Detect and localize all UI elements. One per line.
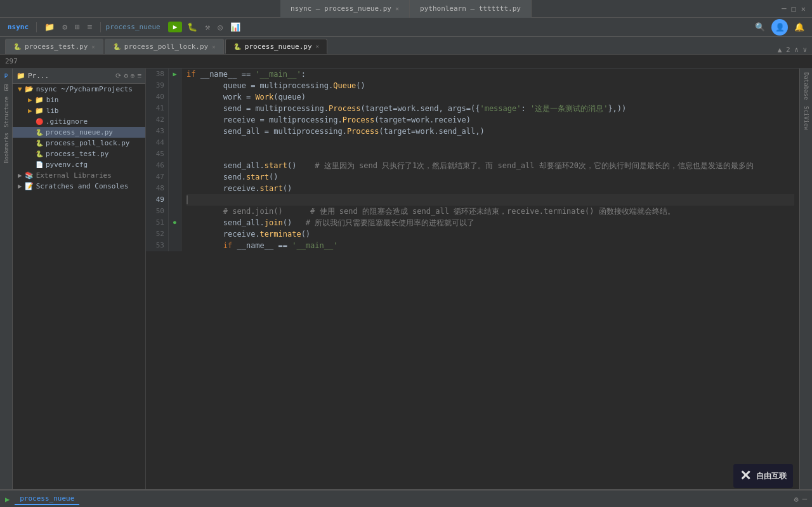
tree-header-icons: ⟳ ⚙ ⊕ ≡ — [115, 72, 141, 80]
test-py-icon: 🐍 — [36, 150, 43, 157]
toolbar-right: 🔍 👤 🔔 — [752, 19, 807, 36]
code-line-44 — [187, 137, 794, 148]
breakpoint-51: ● — [173, 217, 176, 228]
toolbar: nsync 📁 ⚙ ⊞ ≡ process_nueue ▶ 🐛 ⚒ ◎ 📊 🔍 … — [0, 18, 812, 37]
code-lines[interactable]: if __name__ == '__main__': queue = multi… — [181, 69, 799, 251]
ln-46: 46 — [150, 160, 164, 171]
project-tree: 📁 Pr... ⟳ ⚙ ⊕ ≡ ▼ 📂 nsync ~/PycharmProje… — [13, 69, 146, 489]
run-button[interactable]: ▶ — [168, 22, 183, 32]
extlib-icon: 📚 — [25, 171, 34, 180]
code-line-39: queue = multiprocessing.Queue() — [187, 80, 794, 91]
db-icon[interactable]: 🗄 — [2, 82, 11, 93]
tree-item-pyvenv[interactable]: 📄 pyvenv.cfg — [13, 159, 145, 170]
ln-53: 53 — [150, 240, 164, 251]
error-count: ▲ 2 ∧ ∨ — [778, 46, 807, 54]
tree-test-label: process_test.py — [46, 150, 108, 158]
code-line-38: if __name__ == '__main__': — [187, 69, 794, 80]
tree-item-nsync[interactable]: ▼ 📂 nsync ~/PycharmProjects — [13, 84, 145, 95]
tree-header: 📁 Pr... ⟳ ⚙ ⊕ ≡ — [13, 69, 145, 84]
gutter-39 — [169, 80, 181, 91]
folder-icon[interactable]: 📁 — [42, 21, 57, 33]
tree-sync-icon[interactable]: ⟳ — [115, 72, 121, 80]
settings-icon[interactable]: ⚙ — [60, 21, 70, 33]
tab-close-nueue[interactable]: ✕ — [316, 43, 319, 49]
tab-label-nueue: process_nueue.py — [245, 43, 312, 51]
gutter: ▶ ● — [169, 69, 181, 251]
tab-process-test[interactable]: 🐍 process_test.py ✕ — [5, 39, 103, 54]
profile-icon[interactable]: 📊 — [228, 21, 243, 33]
tree-item-gitignore[interactable]: 🔴 .gitignore — [13, 116, 145, 127]
sciview-label[interactable]: SciView — [803, 103, 809, 133]
coverage-icon[interactable]: ◎ — [215, 21, 225, 33]
gutter-52 — [169, 228, 181, 240]
tree-nueue-label: process_nueue.py — [46, 128, 113, 136]
search-icon[interactable]: 🔍 — [752, 21, 768, 33]
tree-item-ext-libs[interactable]: ▶ 📚 External Libraries — [13, 170, 145, 181]
title-tab-nsync-close[interactable]: ✕ — [395, 5, 399, 12]
menu-icon[interactable]: ≡ — [85, 21, 95, 33]
watermark: ✕ 自由互联 — [733, 464, 793, 488]
run-panel-icons: ⚙ ─ — [794, 495, 807, 504]
tab-process-nueue[interactable]: 🐍 process_nueue.py ✕ — [225, 39, 327, 54]
run-tab-process[interactable]: process_nueue — [15, 493, 79, 505]
code-line-47: send.start() — [187, 171, 794, 183]
code-line-43: send_all = multiprocessing.Process(targe… — [187, 126, 794, 137]
layout-icon[interactable]: ⊞ — [72, 21, 82, 33]
tree-item-lib[interactable]: ▶ 📁 lib — [13, 105, 145, 116]
title-tab-nsync[interactable]: nsync – process_nueue.py ✕ — [280, 0, 410, 18]
tree-item-process-test[interactable]: 🐍 process_test.py — [13, 148, 145, 159]
title-bar: nsync – process_nueue.py ✕ pythonlearn –… — [0, 0, 812, 18]
title-tab-pythonlearn[interactable]: pythonlearn – ttttttt.py — [410, 0, 532, 18]
tab-close-test[interactable]: ✕ — [91, 44, 95, 50]
toolbar-sep-1 — [36, 22, 37, 32]
tree-extlib-label: External Libraries — [36, 171, 112, 180]
code-line-48: receive.start() — [187, 183, 794, 194]
title-tab-pythonlearn-label: pythonlearn – ttttttt.py — [420, 4, 521, 13]
line-numbers: 38 39 40 41 42 43 44 45 46 47 48 49 50 5… — [146, 69, 169, 251]
run-status-icon: ▶ — [5, 495, 10, 504]
code-line-51: send_all.join() # 所以我们只需要阻塞最长使用率的进程就可以了 — [187, 217, 794, 228]
editor-tabs: 🐍 process_test.py ✕ 🐍 process_poll_lock.… — [0, 37, 812, 55]
nsync-label: nsync — [5, 22, 31, 32]
gutter-51: ● — [169, 217, 181, 228]
tree-settings-icon[interactable]: ⚙ — [124, 72, 128, 80]
tree-gear-icon[interactable]: ≡ — [137, 72, 141, 80]
tree-expand-icon[interactable]: ⊕ — [131, 72, 135, 80]
gitignore-icon: 🔴 — [36, 118, 43, 125]
run-minimize-icon[interactable]: ─ — [802, 495, 807, 504]
tree-item-scratches[interactable]: ▶ 📝 Scratches and Consoles — [13, 181, 145, 192]
project-icon[interactable]: P — [3, 71, 9, 81]
run-settings-icon[interactable]: ⚙ — [794, 495, 799, 504]
tree-item-process-nueue[interactable]: 🐍 process_nueue.py — [13, 127, 145, 138]
avatar[interactable]: 👤 — [771, 19, 788, 36]
ln-42: 42 — [150, 114, 164, 126]
toolbar-sep-2 — [100, 22, 101, 32]
ln-51: 51 — [150, 217, 164, 228]
tree-nsync-label: nsync ~/PycharmProjects — [36, 85, 133, 93]
tab-process-poll[interactable]: 🐍 process_poll_lock.py ✕ — [105, 39, 224, 54]
notification-icon[interactable]: 🔔 — [792, 21, 807, 33]
code-line-40: work = Work(queue) — [187, 91, 794, 103]
code-editor[interactable]: 38 39 40 41 42 43 44 45 46 47 48 49 50 5… — [146, 69, 799, 489]
tab-icon-test: 🐍 — [13, 43, 21, 50]
tab-label-poll: process_poll_lock.py — [124, 43, 208, 51]
debug-icon[interactable]: 🐛 — [185, 21, 200, 33]
gutter-49 — [169, 194, 181, 206]
close-icon[interactable]: ✕ — [801, 4, 806, 13]
tab-close-poll[interactable]: ✕ — [212, 44, 215, 50]
database-label[interactable]: Database — [803, 70, 809, 102]
maximize-icon[interactable]: □ — [792, 4, 796, 13]
lib-folder-icon: 📁 — [35, 107, 44, 115]
watermark-brand: 自由互联 — [756, 471, 787, 482]
nsync-folder-open: 📂 — [25, 85, 34, 93]
minimize-icon[interactable]: ─ — [782, 4, 786, 13]
build-icon[interactable]: ⚒ — [202, 21, 213, 33]
tree-item-bin[interactable]: ▶ 📁 bin — [13, 95, 145, 105]
ln-49: 49 — [150, 194, 164, 206]
bin-arrow: ▶ — [28, 96, 32, 104]
structure-icon[interactable]: Structure — [2, 95, 11, 129]
tree-pyvenv-label: pyvenv.cfg — [46, 161, 88, 169]
tree-item-process-poll[interactable]: 🐍 process_poll_lock.py — [13, 138, 145, 148]
bookmarks-icon[interactable]: Bookmarks — [2, 131, 11, 166]
tree-lib-label: lib — [46, 107, 59, 115]
